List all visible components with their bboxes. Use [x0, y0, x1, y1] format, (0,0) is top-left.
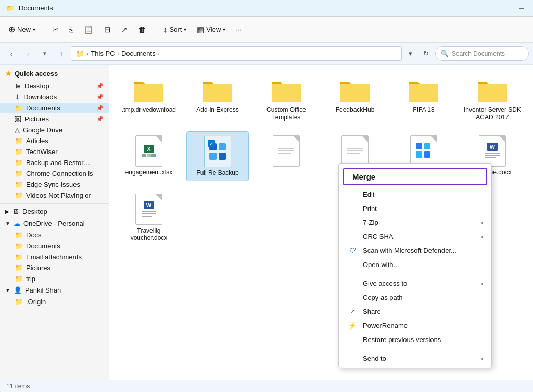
search-box[interactable]: 🔍 Search Documents: [435, 46, 529, 61]
folder-inventor-icon: [477, 77, 508, 104]
context-menu-power-rename[interactable]: ⚡ PowerRename: [339, 319, 491, 333]
more-icon: ···: [236, 26, 242, 33]
folder-fifa[interactable]: FIFA 18: [392, 73, 455, 125]
folder-fifa-name: FIFA 18: [413, 106, 434, 113]
sort-icon: ↕: [163, 25, 168, 34]
trip-label: trip: [26, 275, 35, 283]
sidebar-item-videos[interactable]: 📁 Videos Not Playing or: [0, 190, 109, 201]
title-bar: 📁 Documents ─: [0, 0, 533, 17]
crc-arrow: ›: [481, 233, 483, 241]
give-access-arrow: ›: [481, 280, 483, 287]
sidebar-onedrive-group[interactable]: ▼ ☁ OneDrive - Personal: [0, 218, 109, 230]
print-label: Print: [363, 205, 377, 212]
sidebar-item-techwiser[interactable]: 📁 TechWiser: [0, 146, 109, 157]
folder-custom-office[interactable]: Custom Office Templates: [255, 73, 318, 125]
view-button[interactable]: ▦ View ▾: [193, 20, 230, 39]
techwiser-icon: 📁: [15, 148, 23, 156]
context-menu-7zip[interactable]: 7-Zip ›: [339, 216, 491, 230]
context-menu-give-access[interactable]: Give access to ›: [339, 276, 491, 290]
sidebar-item-chrome[interactable]: 📁 Chrome Connection is: [0, 168, 109, 179]
path-this-pc[interactable]: This PC: [91, 49, 115, 57]
docs-icon: 📁: [15, 231, 23, 239]
up-button[interactable]: ↑: [54, 46, 69, 61]
sidebar-item-trip[interactable]: 📁 trip: [0, 273, 109, 284]
send-to-arrow: ›: [481, 355, 483, 362]
delete-icon: 🗑: [138, 25, 146, 34]
sidebar-item-edge-sync[interactable]: 📁 Edge Sync Issues: [0, 179, 109, 190]
new-label: New: [17, 26, 31, 33]
minimize-button[interactable]: ─: [516, 3, 527, 14]
context-menu-crc-sha[interactable]: CRC SHA ›: [339, 230, 491, 244]
context-menu-send-to[interactable]: Send to ›: [339, 351, 491, 365]
pictures-icon: 🖼: [15, 115, 21, 123]
reg-cubes-icon: [415, 143, 432, 159]
delete-button[interactable]: 🗑: [134, 20, 150, 39]
expand-button[interactable]: ▾: [37, 46, 52, 61]
folder-fifa-icon: [408, 77, 439, 104]
address-dropdown-button[interactable]: ▾: [404, 46, 416, 61]
share-button[interactable]: ↗: [117, 20, 132, 39]
videos-icon: 📁: [15, 192, 23, 199]
docx-content: W: [484, 143, 501, 159]
backup-label: Backup and Restore R: [26, 159, 94, 167]
paste-button[interactable]: 📋: [80, 20, 98, 39]
context-menu-copy-path[interactable]: Copy as path: [339, 290, 491, 305]
desktop-group-label: Desktop: [22, 208, 47, 216]
quick-access-header[interactable]: ★ Quick access: [0, 67, 109, 81]
path-documents[interactable]: Documents: [121, 49, 156, 57]
sidebar-item-desktop[interactable]: 🖥 Desktop 📌: [0, 81, 109, 92]
sort-button[interactable]: ↕ Sort ▾: [159, 20, 191, 39]
sidebar-item-downloads[interactable]: ⬇ Downloads 📌: [0, 92, 109, 103]
folder-custom-icon: [271, 77, 302, 104]
svg-rect-2: [209, 153, 217, 160]
context-menu-open-with[interactable]: Open with...: [339, 258, 491, 272]
sidebar-item-pictures[interactable]: 🖼 Pictures 📌: [0, 113, 109, 124]
chrome-icon: 📁: [15, 170, 23, 178]
cut-button[interactable]: ✂: [48, 20, 62, 39]
file-travelling[interactable]: W Travellig voucher.docx: [118, 189, 180, 246]
sort-dropdown-icon: ▾: [184, 27, 186, 32]
folder-tmp[interactable]: .tmp.drivedownload: [118, 73, 180, 125]
sidebar-item-docs[interactable]: 📁 Docs: [0, 230, 109, 241]
context-menu-merge[interactable]: Merge: [343, 168, 487, 185]
folder-feedback-icon: [339, 77, 371, 104]
sidebar-item-backup[interactable]: 📁 Backup and Restore R: [0, 157, 109, 168]
sidebar-desktop-group[interactable]: ▶ 🖥 Desktop: [0, 206, 109, 218]
sidebar-item-documents2[interactable]: 📁 Documents: [0, 241, 109, 251]
sidebar-pankil-group[interactable]: ▼ 👤 Pankil Shah: [0, 284, 109, 296]
context-menu-scan[interactable]: 🛡 Scan with Microsoft Defender...: [339, 244, 491, 258]
refresh-button[interactable]: ↻: [418, 46, 433, 61]
xlsx-grid: [142, 154, 156, 157]
pankil-icon: 👤: [14, 286, 22, 294]
context-menu-share[interactable]: ↗ Share: [339, 305, 491, 319]
articles-icon: 📁: [15, 137, 23, 145]
more-button[interactable]: ···: [232, 20, 246, 39]
copy-button[interactable]: ⎘: [65, 20, 78, 39]
file-full-re-backup[interactable]: ✓ Full Re Backup: [186, 131, 249, 181]
sidebar-item-origin[interactable]: 📁 .Origin: [0, 296, 109, 307]
edit-label: Edit: [363, 191, 374, 198]
back-button[interactable]: ‹: [4, 46, 19, 61]
sidebar-item-articles[interactable]: 📁 Articles: [0, 135, 109, 146]
forward-button[interactable]: ›: [21, 46, 35, 61]
folder-addin[interactable]: Add-in Express: [186, 73, 249, 125]
new-button[interactable]: ⊕ New ▾: [4, 20, 40, 39]
paste-icon: 📋: [84, 25, 94, 34]
sidebar-item-documents[interactable]: 📁 Documents 📌: [0, 103, 109, 113]
sidebar-item-email-attachments[interactable]: 📁 Email attachments: [0, 251, 109, 262]
sidebar-item-pictures2[interactable]: 📁 Pictures: [0, 262, 109, 273]
context-menu-restore[interactable]: Restore previous versions: [339, 333, 491, 347]
context-menu-edit[interactable]: Edit: [339, 187, 491, 201]
file-engagement[interactable]: X engagement.xlsx: [118, 131, 180, 181]
origin-label: .Origin: [26, 298, 46, 306]
folder-inventor[interactable]: Inventor Server SDK ACAD 2017: [461, 73, 524, 125]
address-path[interactable]: 📁 › This PC › Documents ›: [71, 46, 402, 61]
sidebar-item-google-drive[interactable]: △ Google Drive: [0, 124, 109, 135]
rename-button[interactable]: ⊟: [100, 20, 115, 39]
desktop-group-icon: 🖥: [12, 208, 19, 216]
context-menu-print[interactable]: Print: [339, 201, 491, 216]
file-generic1[interactable]: [255, 131, 318, 181]
folder-feedback[interactable]: FeedbackHub: [324, 73, 386, 125]
travelling-lines: [141, 210, 157, 218]
videos-label: Videos Not Playing or: [26, 192, 91, 199]
